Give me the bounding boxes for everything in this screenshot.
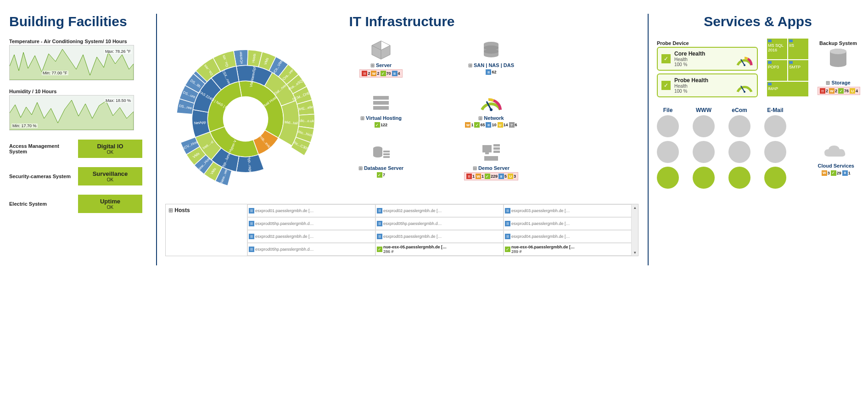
- service-lights[interactable]: WWW: [693, 107, 715, 189]
- host-cell[interactable]: IIesxprod02.paesslergmbh.de […: [375, 204, 504, 217]
- status-badge[interactable]: !!1: [466, 174, 475, 179]
- status-badge[interactable]: ✓65: [474, 122, 485, 128]
- host-cell[interactable]: IIesxprod03.paesslergmbh.de […: [504, 204, 632, 217]
- service-lights[interactable]: E-Mail: [764, 107, 786, 189]
- svg-point-60: [744, 64, 745, 66]
- status-badge[interactable]: II62: [486, 69, 496, 75]
- host-cell[interactable]: IIesxprod05hp.paesslergmbh.d…: [375, 217, 504, 230]
- infra-tile[interactable]: NetworkW1✓65II10U14?6: [450, 91, 532, 128]
- treemap-cell[interactable]: IMAP: [767, 82, 808, 96]
- infra-tile[interactable]: Virtual Hosting✓122: [340, 91, 422, 128]
- status-badge[interactable]: ✓29: [831, 170, 841, 176]
- status-label: Electric System: [9, 201, 78, 207]
- hum-chart-title: Humidity / 10 Hours: [9, 89, 151, 94]
- probe-card[interactable]: ✓Core HealthHealth100 %: [657, 47, 758, 71]
- status-tile[interactable]: UptimeOK: [78, 195, 142, 213]
- service-lights[interactable]: File: [657, 107, 679, 189]
- svg-point-62: [744, 91, 745, 93]
- temp-chart[interactable]: Max: 78.26 °F Min: 77.00 °F: [9, 45, 134, 80]
- probe-section-title: Probe Device: [657, 40, 758, 46]
- status-badge[interactable]: W1: [465, 122, 473, 128]
- host-cell[interactable]: IIesxprod01.paesslergmbh.de […: [504, 217, 632, 230]
- svg-rect-43: [373, 101, 389, 105]
- infra-tile[interactable]: SAN | NAS | DASII62: [450, 39, 532, 78]
- temp-chart-title: Temperature - Air Conditioning System/ 1…: [9, 39, 151, 44]
- svg-text:dic...o.uk: dic...o.uk: [300, 118, 314, 123]
- status-badge[interactable]: ✓122: [375, 122, 387, 128]
- infra-tile[interactable]: Demo Server!!1W1✓229II5U3: [450, 141, 532, 180]
- status-badge[interactable]: U3: [508, 174, 516, 179]
- cloud-title[interactable]: Cloud Services: [818, 163, 854, 168]
- hosts-scrollbar[interactable]: ▴▾: [632, 204, 638, 256]
- status-badge[interactable]: II5: [498, 174, 507, 179]
- host-cell[interactable]: ✓nue-esx-06.paesslergmbh.de […289 #: [504, 243, 632, 256]
- svg-rect-42: [373, 96, 389, 100]
- status-label: Security-cameras System: [9, 174, 78, 179]
- svg-rect-54: [485, 152, 489, 154]
- host-cell[interactable]: IIesxprod05hp.paesslergmbh.d…: [247, 243, 375, 256]
- hum-max: Max: 18.50 %: [105, 98, 132, 103]
- status-badge[interactable]: W2: [371, 71, 379, 76]
- hum-chart[interactable]: Max: 18.50 % Min: 17.70 %: [9, 95, 134, 130]
- status-badge[interactable]: W2: [829, 88, 837, 94]
- svg-rect-50: [383, 151, 390, 152]
- sunburst-chart[interactable]: Virtual HostingProb...eviceHyper-VSAN | …: [165, 39, 326, 199]
- status-badge[interactable]: II4: [392, 71, 400, 76]
- treemap[interactable]: MS SQL 2016IISPOP3SMTPIMAP: [767, 39, 808, 102]
- status-badge[interactable]: II10: [486, 122, 496, 128]
- check-icon: ✓: [661, 81, 671, 90]
- tile-icon: [450, 141, 532, 165]
- hosts-title: Hosts: [174, 207, 190, 213]
- status-badge[interactable]: U14: [498, 122, 508, 128]
- svg-rect-55: [493, 144, 500, 146]
- storage-title[interactable]: Storage: [826, 80, 850, 85]
- service-lights[interactable]: eCom: [728, 107, 750, 189]
- treemap-cell[interactable]: SMTP: [788, 60, 808, 81]
- status-badge[interactable]: ✓70: [381, 71, 391, 76]
- svg-rect-44: [373, 106, 389, 110]
- divider: [648, 14, 649, 265]
- svg-point-66: [830, 49, 846, 54]
- infra-tile[interactable]: Database Server✓7: [340, 141, 422, 180]
- storage-icon: [827, 47, 850, 70]
- treemap-cell[interactable]: MS SQL 2016: [767, 39, 787, 59]
- col1-title: Building Facilities: [9, 14, 151, 29]
- infra-tile[interactable]: Server!!2W2✓70II4: [340, 39, 422, 78]
- status-tile[interactable]: Digital IOOK: [78, 140, 142, 158]
- gauge-icon: [735, 78, 754, 94]
- svg-text:vCenter: vCenter: [239, 51, 244, 64]
- tile-icon: [340, 91, 422, 115]
- status-badge[interactable]: ?6: [509, 122, 517, 128]
- backup-title: Backup System: [818, 40, 859, 46]
- host-cell[interactable]: IIesxprod05hp.paesslergmbh.d…: [247, 217, 375, 230]
- host-cell[interactable]: IIesxprod04.paesslergmbh.de […: [504, 230, 632, 243]
- col3-title: Services & Apps: [657, 14, 859, 29]
- hosts-panel: ⊞ Hosts IIesxprod01.paesslergmbh.de […II…: [165, 204, 638, 256]
- status-badge[interactable]: U4: [850, 88, 858, 94]
- status-badge[interactable]: II1: [842, 170, 851, 176]
- status-badge[interactable]: ✓7: [377, 172, 385, 178]
- treemap-cell[interactable]: IIS: [788, 39, 808, 59]
- status-badge[interactable]: ✓229: [485, 174, 498, 179]
- host-cell[interactable]: IIesxprod01.paesslergmbh.de […: [247, 204, 375, 217]
- svg-rect-56: [493, 147, 500, 150]
- divider: [156, 14, 157, 265]
- hum-min: Min: 17.70 %: [11, 124, 38, 128]
- tile-icon: [340, 141, 422, 165]
- status-badge[interactable]: !!2: [362, 71, 370, 76]
- status-label: Access Management System: [9, 143, 78, 154]
- temp-min: Min: 77.00 °F: [42, 71, 68, 75]
- status-badge[interactable]: W1: [476, 174, 484, 179]
- status-tile[interactable]: SurveillanceOK: [78, 167, 142, 185]
- treemap-cell[interactable]: POP3: [767, 60, 787, 81]
- col2-title: IT Infrastructure: [165, 14, 638, 29]
- host-cell[interactable]: IIesxprod03.paesslergmbh.de […: [375, 230, 504, 243]
- host-cell[interactable]: ✓nue-esx-05.paesslergmbh.de […286 #: [375, 243, 504, 256]
- status-badge[interactable]: ✓76: [838, 88, 849, 94]
- temp-max: Max: 78.26 °F: [104, 49, 132, 54]
- status-badge[interactable]: !!2: [820, 88, 828, 94]
- probe-card[interactable]: ✓Probe HealthHealth100 %: [657, 73, 758, 97]
- svg-rect-51: [383, 153, 390, 155]
- status-badge[interactable]: W3: [822, 170, 830, 176]
- host-cell[interactable]: IIesxprod02.paesslergmbh.de […: [247, 230, 375, 243]
